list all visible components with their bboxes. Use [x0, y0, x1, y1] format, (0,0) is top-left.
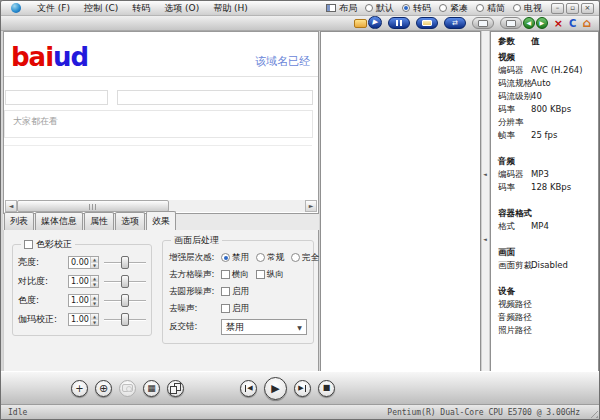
- slider-thumb[interactable]: [121, 256, 129, 269]
- monitor-back-button[interactable]: ◀: [500, 17, 530, 29]
- dering-enable[interactable]: 启用: [221, 286, 249, 298]
- preview-monitor-button[interactable]: [472, 17, 494, 29]
- gamma-spinner[interactable]: 1.00 ▲▼: [68, 313, 99, 326]
- menu-file[interactable]: 文件 (F): [30, 2, 77, 15]
- param-row[interactable]: 音频路径: [498, 311, 596, 324]
- stop-button[interactable]: ■: [318, 380, 335, 397]
- next-button[interactable]: ▶: [294, 380, 311, 397]
- layout-option-label[interactable]: 转码: [413, 2, 431, 15]
- close-button[interactable]: ×: [581, 3, 594, 14]
- ad-link-box[interactable]: [5, 90, 108, 105]
- minimize-button[interactable]: –: [551, 3, 564, 14]
- param-row[interactable]: 格式MP4: [498, 220, 596, 233]
- enhance-option-normal[interactable]: 常规: [256, 252, 284, 264]
- scroll-right-arrow[interactable]: ►: [305, 200, 317, 212]
- param-row[interactable]: 码率128 KBps: [498, 181, 596, 194]
- brightness-slider[interactable]: [104, 255, 146, 270]
- spinner-arrows[interactable]: ▲▼: [90, 257, 98, 268]
- scroll-left-arrow[interactable]: ◄: [5, 200, 17, 212]
- gamma-slider[interactable]: [104, 312, 146, 327]
- snapshot-button[interactable]: [119, 380, 136, 397]
- contrast-slider[interactable]: [104, 274, 146, 289]
- brightness-spinner[interactable]: 0.00 ▲▼: [68, 256, 99, 269]
- color-correction-checkbox[interactable]: [24, 240, 33, 249]
- layout-option-label[interactable]: 紧凑: [450, 2, 468, 15]
- deblock-horizontal[interactable]: 横向: [221, 269, 249, 281]
- menu-help[interactable]: 帮助 (H): [206, 2, 255, 15]
- contrast-value[interactable]: 1.00: [69, 276, 90, 287]
- spinner-arrows[interactable]: ▲▼: [90, 314, 98, 325]
- layout-radio-transcode[interactable]: [402, 4, 410, 12]
- param-row[interactable]: 照片路径: [498, 324, 596, 337]
- browse-folder-button[interactable]: [416, 17, 438, 29]
- tab-list[interactable]: 列表: [4, 212, 34, 230]
- param-row[interactable]: 分辨率: [498, 116, 596, 129]
- previous-button[interactable]: ◀: [240, 380, 257, 397]
- fit-view-button[interactable]: ⊕: [95, 380, 112, 397]
- menu-control[interactable]: 控制 (C): [77, 2, 125, 15]
- param-row[interactable]: 码流级别40: [498, 90, 596, 103]
- refresh-button[interactable]: C: [569, 18, 576, 29]
- layout-option-label[interactable]: 精简: [487, 2, 505, 15]
- layout-option-label[interactable]: 默认: [376, 2, 394, 15]
- radio-icon[interactable]: [221, 253, 230, 262]
- param-row[interactable]: 编码器AVC (H.264): [498, 64, 596, 77]
- param-row[interactable]: 视频路径: [498, 298, 596, 311]
- splitter-collapse-icon[interactable]: ◄: [483, 236, 487, 242]
- contrast-spinner[interactable]: 1.00 ▲▼: [68, 275, 99, 288]
- forward-button[interactable]: ▶: [536, 17, 548, 29]
- chevron-down-icon[interactable]: ▼: [293, 324, 306, 331]
- checkbox-icon[interactable]: [221, 270, 230, 279]
- home-button[interactable]: ⌂: [582, 17, 591, 29]
- pane-splitter[interactable]: ◄ ◄: [481, 31, 490, 373]
- splitter-collapse-icon[interactable]: ◄: [483, 171, 487, 177]
- tab-options[interactable]: 选项: [115, 212, 145, 230]
- tab-media-info[interactable]: 媒体信息: [35, 212, 83, 230]
- add-button[interactable]: +: [71, 380, 88, 397]
- gamma-value[interactable]: 1.00: [69, 314, 90, 325]
- layout-radio-tv[interactable]: [513, 4, 521, 12]
- checkbox-icon[interactable]: [256, 270, 265, 279]
- cancel-button[interactable]: ×: [554, 18, 563, 29]
- radio-icon[interactable]: [256, 253, 265, 262]
- swap-button[interactable]: ⇄: [444, 17, 466, 29]
- param-row[interactable]: 码率800 KBps: [498, 103, 596, 116]
- param-row[interactable]: 码流规格Auto: [498, 77, 596, 90]
- spinner-arrows[interactable]: ▲▼: [90, 276, 98, 287]
- hue-slider[interactable]: [104, 293, 146, 308]
- pause-button[interactable]: [388, 17, 410, 29]
- layout-radio-compact[interactable]: [439, 4, 447, 12]
- slider-thumb[interactable]: [121, 275, 129, 288]
- layout-radio-minimal[interactable]: [476, 4, 484, 12]
- slider-thumb[interactable]: [121, 294, 129, 307]
- ad-link-box[interactable]: [117, 90, 313, 105]
- grid-view-button[interactable]: ▦: [143, 380, 160, 397]
- encode-button[interactable]: ▶: [354, 16, 382, 30]
- menu-transcode[interactable]: 转码: [125, 2, 157, 15]
- value-col-header[interactable]: 值: [531, 36, 540, 51]
- brightness-value[interactable]: 0.00: [69, 257, 90, 268]
- deinterlace-dropdown[interactable]: 禁用 ▼: [221, 319, 307, 335]
- play-button[interactable]: ▶: [264, 377, 287, 400]
- checkbox-icon[interactable]: [221, 304, 230, 313]
- copy-button[interactable]: [167, 380, 184, 397]
- param-col-header[interactable]: 参数: [498, 36, 531, 51]
- enhance-option-full[interactable]: 完全: [291, 252, 319, 264]
- radio-icon[interactable]: [291, 253, 300, 262]
- menu-options[interactable]: 选项 (O): [157, 2, 206, 15]
- enhance-option-disable[interactable]: 禁用: [221, 252, 249, 264]
- maximize-button[interactable]: ▫: [566, 3, 579, 14]
- tab-properties[interactable]: 属性: [84, 212, 114, 230]
- tab-effects[interactable]: 效果: [146, 211, 176, 230]
- hue-spinner[interactable]: 1.00 ▲▼: [68, 294, 99, 307]
- param-row[interactable]: 编码器MP3: [498, 168, 596, 181]
- spinner-arrows[interactable]: ▲▼: [90, 295, 98, 306]
- slider-thumb[interactable]: [121, 313, 129, 326]
- layout-radio-default[interactable]: [365, 4, 373, 12]
- domain-promo-link[interactable]: 该域名已经: [255, 54, 310, 69]
- checkbox-icon[interactable]: [221, 287, 230, 296]
- layout-option-label[interactable]: 电视: [524, 2, 542, 15]
- hue-value[interactable]: 1.00: [69, 295, 90, 306]
- deblock-vertical[interactable]: 纵向: [256, 269, 284, 281]
- param-row[interactable]: 画面剪裁Disabled: [498, 259, 596, 272]
